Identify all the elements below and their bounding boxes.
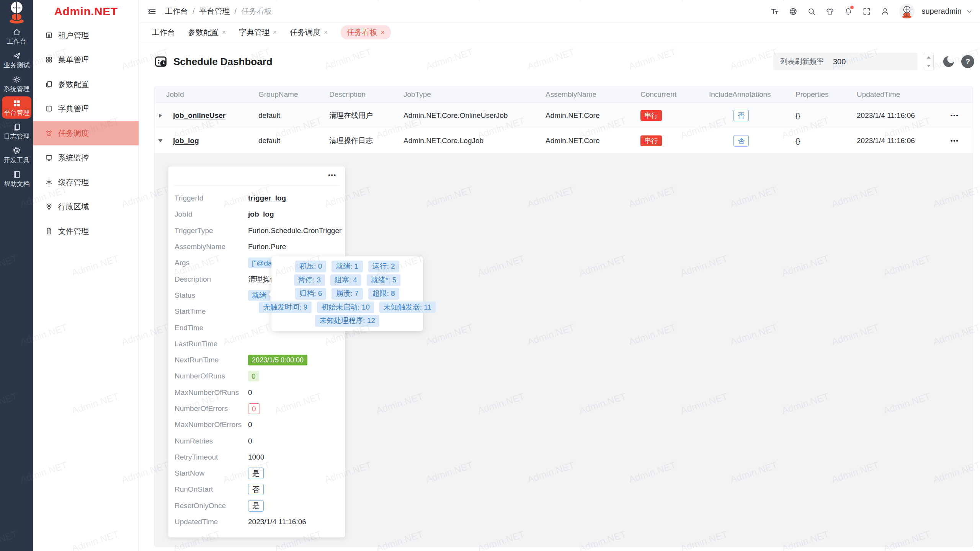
- alarm-clock-icon: [45, 129, 53, 137]
- table-header-row: JobId GroupName Description JobType Asse…: [155, 86, 973, 103]
- file-icon: [45, 227, 53, 235]
- sidebar-item-dict-mgmt[interactable]: 字典管理: [33, 96, 139, 121]
- main-content: Schedule Dashboard 列表刷新频率 ? JobId Gr: [139, 42, 980, 551]
- theme-shirt-icon[interactable]: [826, 7, 834, 16]
- status-legend-badge: 崩溃: 7: [332, 288, 363, 300]
- tab-close-icon[interactable]: ×: [222, 29, 226, 36]
- menu-fold-icon[interactable]: [147, 7, 157, 16]
- page-title: Schedule Dashboard: [173, 56, 273, 68]
- reset-only-once-badge: 是: [248, 500, 264, 512]
- table-row: job_onlineUser default 清理在线用户 Admin.NET.…: [155, 103, 973, 128]
- column-header: JobType: [403, 90, 546, 99]
- tab-dict-mgmt[interactable]: 字典管理 ×: [239, 27, 277, 37]
- chevron-down-icon[interactable]: [966, 8, 972, 15]
- tab-close-icon[interactable]: ×: [324, 29, 328, 36]
- breadcrumb-separator: /: [235, 7, 237, 16]
- sidebar-item-menu-mgmt[interactable]: 菜单管理: [33, 47, 139, 72]
- updated-time-cell: 2023/1/4 11:16:06: [857, 111, 943, 120]
- breadcrumb: 工作台 / 平台管理 / 任务看板: [165, 6, 272, 16]
- font-size-icon[interactable]: [771, 7, 779, 16]
- detail-value: 0: [248, 421, 252, 429]
- job-id-link[interactable]: job_log: [173, 137, 199, 145]
- detail-value: 0: [248, 388, 252, 397]
- tab-label: 任务看板: [347, 27, 377, 37]
- rail-item-platform-mgmt[interactable]: 平台管理: [2, 96, 31, 119]
- divider: [174, 186, 340, 186]
- assembly-name-cell: Admin.NET.Core: [546, 111, 640, 120]
- dark-mode-moon-icon[interactable]: [942, 55, 955, 68]
- collapse-row-icon[interactable]: [155, 139, 166, 142]
- detail-value: 1000: [248, 453, 264, 461]
- jobs-table: JobId GroupName Description JobType Asse…: [154, 86, 973, 547]
- column-header: Description: [329, 90, 403, 99]
- status-legend-tooltip: 积压: 0 就绪: 1 运行: 2 暂停: 3 阻塞: 4 就绪*: 5 归档:…: [271, 256, 423, 331]
- username-label[interactable]: superadmin: [921, 7, 962, 16]
- column-header: UpdatedTime: [857, 90, 943, 99]
- row-actions-icon[interactable]: •••: [943, 112, 959, 119]
- schedule-calendar-icon: [154, 55, 168, 68]
- profile-person-icon[interactable]: [881, 7, 889, 16]
- language-icon[interactable]: [789, 7, 797, 16]
- expanded-row-area: ••• TriggerIdtrigger_log JobIdjob_log Tr…: [155, 153, 973, 547]
- status-legend-badge: 阻塞: 4: [330, 274, 361, 286]
- tab-close-icon[interactable]: ×: [381, 29, 385, 36]
- rail-item-workbench[interactable]: 工作台: [0, 24, 33, 48]
- page-header: Schedule Dashboard 列表刷新频率 ?: [154, 49, 974, 74]
- grid-outline-icon: [45, 56, 53, 64]
- refresh-frequency-field[interactable]: 列表刷新频率: [773, 53, 918, 70]
- status-legend-badge: 未知处理程序: 12: [315, 315, 379, 327]
- tab-close-icon[interactable]: ×: [273, 29, 277, 36]
- number-stepper: [924, 53, 934, 70]
- breadcrumb-item[interactable]: 平台管理: [199, 6, 230, 16]
- tab-task-schedule[interactable]: 任务调度 ×: [290, 27, 328, 37]
- mascot-logo-icon[interactable]: [0, 0, 33, 24]
- column-header: IncludeAnnotations: [709, 90, 795, 99]
- sidebar-item-system-monitor[interactable]: 系统监控: [33, 145, 139, 170]
- rail-item-business-test[interactable]: 业务测试: [0, 48, 33, 72]
- stepper-down-icon[interactable]: [924, 62, 933, 70]
- status-legend-badge: 未知触发器: 11: [379, 302, 436, 313]
- status-badge[interactable]: 就绪: [248, 290, 270, 301]
- tab-task-dashboard[interactable]: 任务看板 ×: [341, 25, 391, 39]
- tab-label: 任务调度: [290, 27, 320, 37]
- topbar-actions: superadmin: [771, 4, 972, 19]
- detail-actions-icon[interactable]: •••: [328, 172, 336, 178]
- sidebar-item-file-mgmt[interactable]: 文件管理: [33, 219, 139, 243]
- sidebar-item-admin-region[interactable]: 行政区域: [33, 194, 139, 219]
- refresh-frequency-input[interactable]: [833, 57, 887, 66]
- grid-icon: [13, 99, 21, 108]
- page-header-controls: 列表刷新频率 ?: [773, 53, 974, 70]
- trigger-id-link[interactable]: trigger_log: [248, 194, 286, 202]
- sidebar-item-task-schedule[interactable]: 任务调度: [33, 121, 139, 145]
- job-id-link[interactable]: job_onlineUser: [173, 111, 225, 120]
- column-header: Properties: [795, 90, 857, 99]
- gear-icon: [13, 75, 21, 84]
- tab-param-config[interactable]: 参数配置 ×: [188, 27, 226, 37]
- sidebar-item-tenant-mgmt[interactable]: 租户管理: [33, 23, 139, 47]
- sidebar-menu: 租户管理 菜单管理 参数配置 字典管理 任务调度 系统监控: [33, 23, 139, 243]
- status-legend-badge: 就绪*: 5: [367, 274, 401, 286]
- stepper-up-icon[interactable]: [924, 53, 933, 62]
- user-avatar[interactable]: [899, 4, 915, 19]
- search-icon[interactable]: [807, 7, 816, 16]
- group-name-cell: default: [258, 137, 329, 145]
- sidebar-item-param-config[interactable]: 参数配置: [33, 72, 139, 96]
- rail-item-log-mgmt[interactable]: 日志管理: [0, 119, 33, 143]
- breadcrumb-item[interactable]: 工作台: [165, 6, 188, 16]
- next-run-time-badge: 2023/1/5 0:00:00: [248, 355, 307, 365]
- rail-item-help-docs[interactable]: 帮助文档: [0, 167, 33, 191]
- expand-row-icon[interactable]: [155, 113, 166, 118]
- rail-item-system-mgmt[interactable]: 系统管理: [0, 72, 33, 96]
- fullscreen-icon[interactable]: [862, 7, 871, 16]
- notification-bell-icon[interactable]: [844, 7, 853, 16]
- row-actions-icon[interactable]: •••: [943, 137, 959, 144]
- job-id-link[interactable]: job_log: [248, 210, 274, 218]
- column-header: Concurrent: [640, 90, 709, 99]
- sidebar-item-cache-mgmt[interactable]: 缓存管理: [33, 170, 139, 194]
- copy-docs-icon: [45, 80, 53, 88]
- tab-workbench[interactable]: 工作台: [152, 27, 175, 37]
- help-icon[interactable]: ?: [961, 55, 974, 68]
- status-legend-badge: 运行: 2: [368, 261, 399, 272]
- monitor-icon: [45, 154, 53, 161]
- rail-item-dev-tools[interactable]: 开发工具: [0, 143, 33, 167]
